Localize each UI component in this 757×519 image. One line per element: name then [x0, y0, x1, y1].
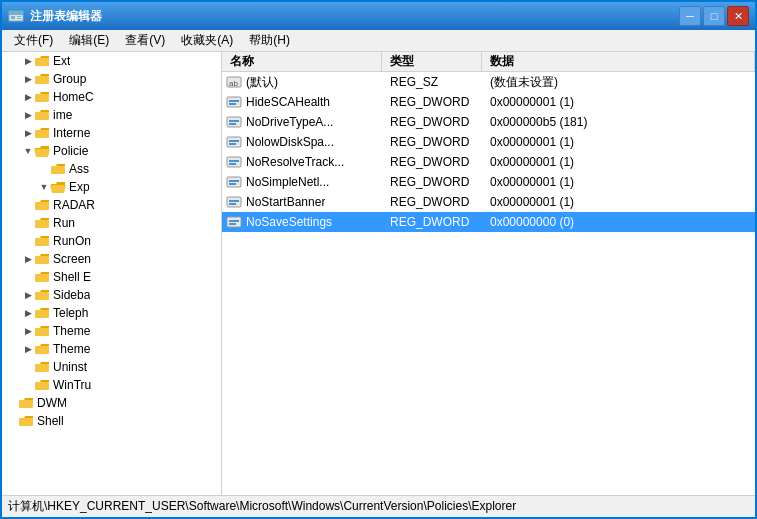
value-type: REG_DWORD: [382, 95, 482, 109]
table-row[interactable]: NolowDiskSpa...REG_DWORD0x00000001 (1): [222, 132, 755, 152]
svg-rect-18: [51, 166, 65, 174]
values-body[interactable]: ab (默认)REG_SZ(数值未设置) HideSCAHealthREG_DW…: [222, 72, 755, 495]
svg-marker-21: [35, 200, 49, 202]
tree-arrow-icon[interactable]: [22, 52, 34, 70]
svg-marker-13: [35, 128, 49, 130]
folder-icon: [34, 306, 50, 320]
folder-icon: [34, 378, 50, 392]
svg-rect-66: [229, 203, 236, 205]
table-row[interactable]: NoDriveTypeA...REG_DWORD0x000000b5 (181): [222, 112, 755, 132]
tree-item-label: HomeC: [53, 90, 94, 104]
value-data: (数值未设置): [482, 74, 755, 91]
tree-item[interactable]: Policie: [2, 142, 221, 160]
tree-arrow-icon[interactable]: [22, 142, 34, 160]
tree-arrow-icon[interactable]: [38, 178, 50, 196]
table-row[interactable]: HideSCAHealthREG_DWORD0x00000001 (1): [222, 92, 755, 112]
tree-item[interactable]: HomeC: [2, 88, 221, 106]
table-row[interactable]: NoSaveSettingsREG_DWORD0x00000000 (0): [222, 212, 755, 232]
folder-icon: [34, 108, 50, 122]
tree-arrow-icon[interactable]: [22, 106, 34, 124]
tree-item[interactable]: Run: [2, 214, 221, 232]
registry-tree[interactable]: Ext Group HomeC ime Interne Policie Ass …: [2, 52, 222, 495]
tree-arrow-icon[interactable]: [22, 250, 34, 268]
tree-item[interactable]: Uninst: [2, 358, 221, 376]
folder-icon: [18, 414, 34, 428]
menu-item[interactable]: 查看(V): [117, 30, 173, 51]
value-data: 0x00000000 (0): [482, 215, 755, 229]
tree-arrow-icon[interactable]: [6, 394, 18, 412]
menu-item[interactable]: 编辑(E): [61, 30, 117, 51]
tree-item-label: ime: [53, 108, 72, 122]
minimize-button[interactable]: ─: [679, 6, 701, 26]
tree-arrow-icon[interactable]: [22, 358, 34, 376]
tree-arrow-icon[interactable]: [22, 88, 34, 106]
maximize-button[interactable]: □: [703, 6, 725, 26]
value-name-cell: NoResolveTrack...: [222, 155, 382, 169]
value-data: 0x000000b5 (181): [482, 115, 755, 129]
tree-item[interactable]: RADAR: [2, 196, 221, 214]
tree-item[interactable]: Teleph: [2, 304, 221, 322]
folder-icon: [34, 342, 50, 356]
value-type: REG_DWORD: [382, 155, 482, 169]
menu-item[interactable]: 文件(F): [6, 30, 61, 51]
tree-arrow-icon[interactable]: [22, 124, 34, 142]
svg-marker-39: [35, 362, 49, 364]
col-header-type[interactable]: 类型: [382, 52, 482, 71]
tree-item[interactable]: Interne: [2, 124, 221, 142]
table-row[interactable]: ab (默认)REG_SZ(数值未设置): [222, 72, 755, 92]
svg-rect-12: [35, 112, 49, 120]
value-data: 0x00000001 (1): [482, 155, 755, 169]
col-header-data[interactable]: 数据: [482, 52, 755, 71]
tree-item[interactable]: Shell E: [2, 268, 221, 286]
tree-item[interactable]: Group: [2, 70, 221, 88]
table-row[interactable]: NoResolveTrack...REG_DWORD0x00000001 (1): [222, 152, 755, 172]
svg-marker-20: [50, 185, 66, 193]
tree-item-label: RunOn: [53, 234, 91, 248]
tree-item-label: Interne: [53, 126, 90, 140]
table-row[interactable]: NoStartBannerREG_DWORD0x00000001 (1): [222, 192, 755, 212]
tree-arrow-icon[interactable]: [22, 304, 34, 322]
tree-item[interactable]: Ext: [2, 52, 221, 70]
svg-rect-30: [35, 274, 49, 282]
values-header: 名称 类型 数据: [222, 52, 755, 72]
menu-item[interactable]: 帮助(H): [241, 30, 298, 51]
tree-item[interactable]: DWM: [2, 394, 221, 412]
value-name: NolowDiskSpa...: [246, 135, 334, 149]
tree-arrow-icon[interactable]: [22, 232, 34, 250]
tree-arrow-icon[interactable]: [22, 322, 34, 340]
tree-arrow-icon[interactable]: [22, 214, 34, 232]
folder-icon: [34, 144, 50, 158]
tree-arrow-icon[interactable]: [22, 196, 34, 214]
tree-item[interactable]: Theme: [2, 322, 221, 340]
tree-item[interactable]: WinTru: [2, 376, 221, 394]
tree-arrow-icon[interactable]: [22, 70, 34, 88]
table-row[interactable]: NoSimpleNetl...REG_DWORD0x00000001 (1): [222, 172, 755, 192]
tree-item[interactable]: ime: [2, 106, 221, 124]
tree-arrow-icon[interactable]: [22, 376, 34, 394]
value-type: REG_DWORD: [382, 195, 482, 209]
tree-item[interactable]: Ass: [2, 160, 221, 178]
tree-item[interactable]: Shell: [2, 412, 221, 430]
tree-arrow-icon[interactable]: [22, 268, 34, 286]
svg-marker-15: [35, 146, 49, 149]
col-header-name[interactable]: 名称: [222, 52, 382, 71]
tree-item[interactable]: Exp: [2, 178, 221, 196]
tree-arrow-icon[interactable]: [22, 286, 34, 304]
svg-marker-43: [19, 398, 33, 400]
close-button[interactable]: ✕: [727, 6, 749, 26]
value-data: 0x00000001 (1): [482, 195, 755, 209]
svg-rect-2: [11, 16, 15, 19]
tree-item[interactable]: Screen: [2, 250, 221, 268]
tree-arrow-icon[interactable]: [38, 160, 50, 178]
tree-arrow-icon[interactable]: [22, 340, 34, 358]
menu-item[interactable]: 收藏夹(A): [173, 30, 241, 51]
svg-marker-37: [35, 344, 49, 346]
tree-item[interactable]: Sideba: [2, 286, 221, 304]
tree-item[interactable]: RunOn: [2, 232, 221, 250]
svg-rect-54: [229, 123, 236, 125]
folder-icon: [34, 360, 50, 374]
tree-arrow-icon[interactable]: [6, 412, 18, 430]
svg-marker-16: [34, 149, 50, 157]
tree-item[interactable]: Theme: [2, 340, 221, 358]
svg-marker-29: [35, 272, 49, 274]
